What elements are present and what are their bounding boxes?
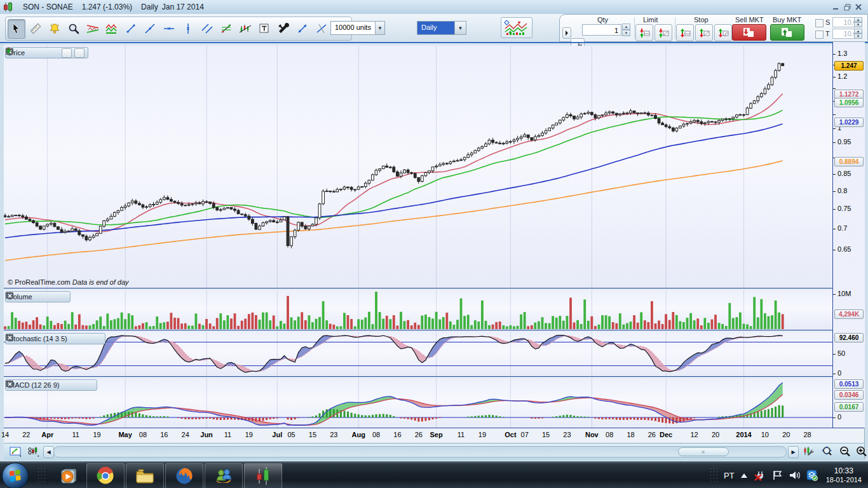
- clock[interactable]: 10:33 18-01-2014: [826, 466, 865, 484]
- chart-display-options-button[interactable]: [501, 17, 532, 38]
- fibonacci-tool[interactable]: [217, 19, 235, 39]
- trailing-checkbox[interactable]: [815, 30, 824, 39]
- macd-axis-tick: 0: [837, 413, 841, 421]
- chart-settings-icon[interactable]: [801, 445, 816, 458]
- start-button[interactable]: [2, 463, 29, 488]
- advanced-tools[interactable]: [275, 19, 292, 39]
- tray-expand-icon[interactable]: [740, 473, 748, 478]
- macd-chart-canvas[interactable]: [4, 378, 832, 428]
- window-icon[interactable]: [46, 293, 55, 301]
- timeframe-selector[interactable]: Daily ▼: [417, 21, 466, 35]
- zoom-in-icon[interactable]: [854, 445, 868, 458]
- media-player-icon[interactable]: [56, 465, 81, 487]
- chrome-icon[interactable]: [86, 463, 125, 488]
- pattern-triangle-tool[interactable]: [84, 19, 102, 39]
- close-icon[interactable]: [50, 49, 59, 57]
- time-axis-label: Aug: [352, 431, 365, 438]
- candlestick-pattern-tool[interactable]: [236, 19, 254, 39]
- export-chart-icon[interactable]: [9, 445, 24, 458]
- window-icon[interactable]: [39, 49, 48, 57]
- trendline-tool[interactable]: [141, 19, 159, 39]
- time-axis-label: 08: [606, 431, 613, 438]
- timeframe-text: Daily: [141, 3, 158, 11]
- sell-market-button[interactable]: [732, 24, 766, 41]
- sell-arrow-icon[interactable]: [62, 48, 72, 58]
- buy-market-button[interactable]: [770, 24, 804, 41]
- s-label: S: [825, 18, 830, 26]
- stop-loss-spinner[interactable]: ▲▼: [854, 17, 862, 27]
- volume-chart-canvas[interactable]: [4, 290, 832, 330]
- units-selector[interactable]: 10000 units ▼: [330, 21, 385, 35]
- time-axis-label: 11: [458, 431, 465, 438]
- pattern-channel-tool[interactable]: [103, 19, 121, 39]
- qty-input[interactable]: [582, 24, 621, 36]
- horizontal-line-tool[interactable]: [160, 19, 178, 39]
- macd-panel-title: MACD (12 26 9): [9, 381, 59, 389]
- timeframe-value: Daily: [417, 22, 454, 34]
- firefox-icon[interactable]: [165, 463, 203, 488]
- window-icon[interactable]: [81, 335, 90, 343]
- last-price: 1.247 (-1.03%): [82, 3, 132, 11]
- text-tool[interactable]: [255, 19, 273, 39]
- axis-tick-mark: [833, 114, 836, 115]
- time-axis-label: Jun: [200, 431, 213, 438]
- limit-label: Limit: [643, 16, 658, 24]
- action-center-flag-icon[interactable]: [772, 470, 783, 480]
- buy-limit-order-button[interactable]: [635, 24, 653, 41]
- qty-spinner[interactable]: ▲▼: [622, 24, 630, 36]
- wrench-icon[interactable]: [62, 381, 71, 390]
- wrench-icon[interactable]: [70, 335, 79, 343]
- scroll-right-button[interactable]: ▶: [788, 446, 799, 458]
- spin-up-icon: ▲: [622, 24, 630, 30]
- macd-value-tag: 0.0167: [834, 402, 864, 412]
- stochastic-chart-canvas[interactable]: [4, 332, 832, 376]
- sell-stop-order-button[interactable]: [695, 24, 713, 41]
- measure-arrow-tool[interactable]: [294, 19, 311, 39]
- dropbox-icon[interactable]: [806, 470, 818, 481]
- close-icon[interactable]: [93, 335, 102, 343]
- scrollbar-thumb[interactable]: ≡: [678, 447, 729, 456]
- stochastic-panel-header: Stochastic (14 3 5): [5, 333, 105, 344]
- zoom-out-icon[interactable]: [837, 445, 853, 458]
- vertical-line-tool[interactable]: [179, 19, 197, 39]
- explorer-icon[interactable]: [126, 463, 164, 488]
- buy-stop-order-button[interactable]: [676, 24, 694, 41]
- pan-zoom-icon[interactable]: [818, 445, 835, 458]
- close-button[interactable]: [853, 3, 864, 11]
- wrench-icon[interactable]: [35, 293, 44, 301]
- trailing-spinner[interactable]: ▲▼: [854, 29, 862, 39]
- buy-arrow-icon[interactable]: [74, 48, 85, 58]
- stop-loss-checkbox[interactable]: [815, 19, 824, 27]
- zoom-tool[interactable]: [65, 19, 83, 39]
- display-mode-icon[interactable]: [27, 445, 42, 458]
- cursor-tool[interactable]: [8, 19, 25, 39]
- sell-limit-order-button[interactable]: [654, 24, 672, 41]
- volume-icon[interactable]: [789, 470, 801, 480]
- power-plug-icon[interactable]: [754, 470, 766, 481]
- minimize-button[interactable]: [830, 3, 841, 11]
- price-axis-tick: 0.85: [837, 170, 851, 177]
- axis-tick-mark: [833, 294, 836, 295]
- chevron-down-icon[interactable]: ▼: [375, 22, 384, 34]
- scroll-left-button[interactable]: ◀: [43, 446, 54, 458]
- alert-bell-tool[interactable]: [46, 19, 64, 39]
- angle-line-tool[interactable]: [313, 19, 330, 39]
- collapse-panel-button[interactable]: [562, 27, 571, 39]
- parallel-lines-tool[interactable]: [198, 19, 216, 39]
- chart-scrollbar[interactable]: ≡: [53, 446, 787, 458]
- wrench-icon[interactable]: [27, 49, 36, 57]
- stochastic-panel-title: Stochastic (14 3 5): [9, 335, 67, 342]
- restore-button[interactable]: [841, 3, 853, 11]
- close-icon[interactable]: [85, 381, 93, 390]
- price-axis-tick: 0.7: [837, 224, 847, 232]
- language-indicator[interactable]: PT: [724, 471, 735, 480]
- close-icon[interactable]: [58, 293, 67, 301]
- ruler-tool[interactable]: [27, 19, 44, 39]
- chevron-down-icon[interactable]: ▼: [454, 22, 466, 34]
- messenger-icon[interactable]: [205, 463, 243, 488]
- prorealt​ime-icon[interactable]: [244, 463, 282, 488]
- window-icon[interactable]: [73, 381, 82, 390]
- segment-tool[interactable]: [122, 19, 140, 39]
- trailing-stop-order-button[interactable]: [714, 24, 732, 41]
- price-chart-canvas[interactable]: [4, 46, 832, 288]
